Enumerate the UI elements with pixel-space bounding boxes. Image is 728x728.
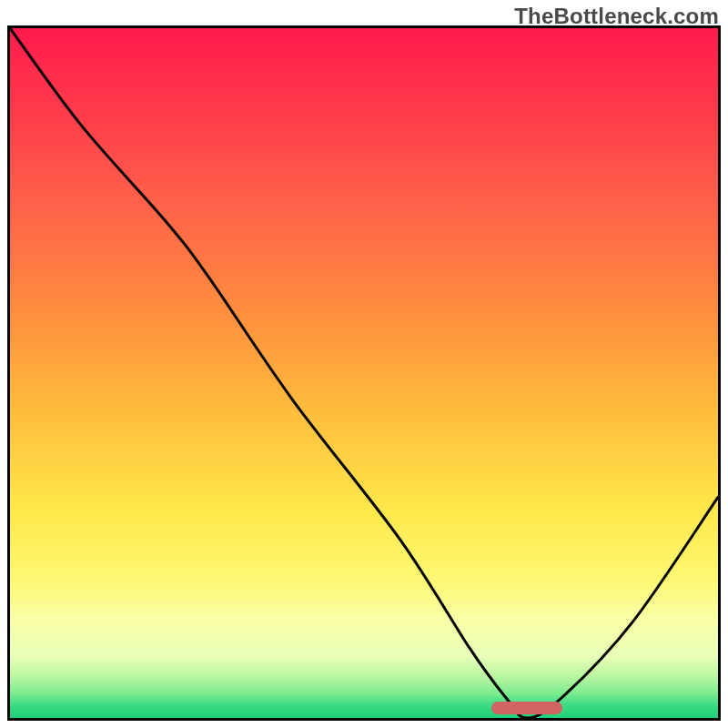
bottleneck-curve <box>10 28 718 718</box>
optimal-zone-marker <box>491 702 562 714</box>
chart-frame: TheBottleneck.com <box>0 0 728 728</box>
chart-border <box>7 25 721 721</box>
chart-area <box>10 28 718 718</box>
